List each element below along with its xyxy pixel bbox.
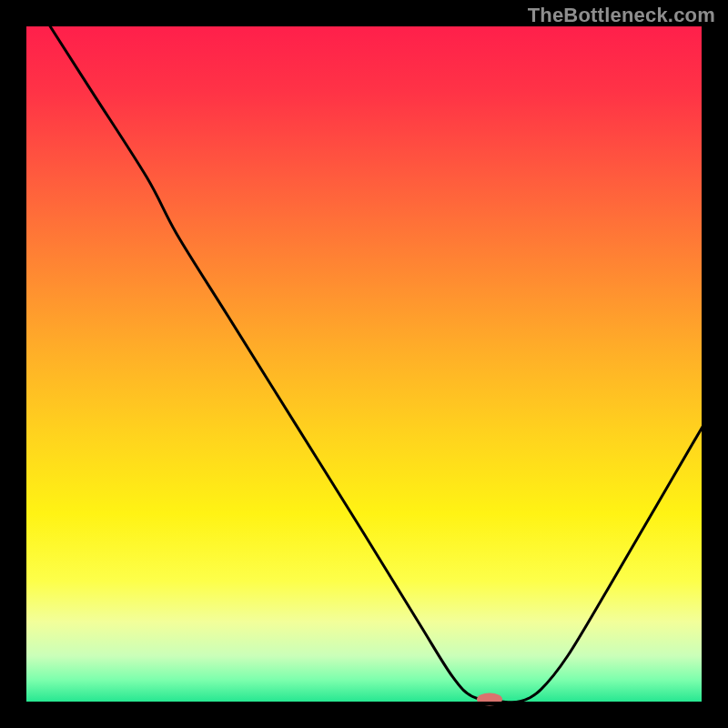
bottleneck-chart [0, 0, 728, 728]
chart-frame: { "watermark": "TheBottleneck.com", "cha… [0, 0, 728, 728]
watermark-text: TheBottleneck.com [528, 4, 715, 27]
